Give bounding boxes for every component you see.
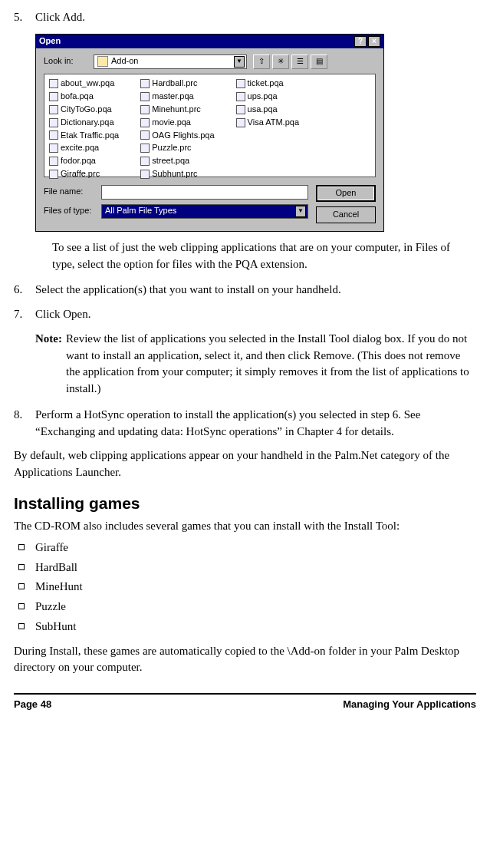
filetype-combo[interactable]: All Palm File Types ▼	[101, 204, 308, 219]
open-button[interactable]: Open	[316, 185, 376, 202]
file-item[interactable]: Visa ATM.pqa	[236, 117, 299, 129]
file-item[interactable]: master.pqa	[140, 91, 214, 103]
file-item[interactable]: Etak Traffic.pqa	[49, 130, 119, 142]
file-item[interactable]: excite.pqa	[49, 142, 119, 154]
page-footer: Page 48 Managing Your Applications	[14, 693, 476, 712]
file-icon	[49, 105, 58, 114]
lookin-value: Add-on	[111, 55, 138, 68]
step-text: Click Add.	[35, 9, 476, 26]
file-name: street.pqa	[152, 155, 189, 167]
file-icon	[236, 92, 245, 101]
file-item[interactable]: fodor.pqa	[49, 155, 119, 167]
step-text: Click Open.	[35, 306, 476, 323]
square-bullet-icon	[18, 564, 25, 570]
file-name: Subhunt.prc	[152, 168, 197, 180]
dialog-titlebar: Open ? ×	[36, 35, 383, 48]
file-icon	[140, 170, 150, 179]
list-item-label: MineHunt	[35, 579, 83, 596]
step-5: 5. Click Add.	[14, 9, 476, 26]
file-name: Etak Traffic.pqa	[61, 130, 119, 142]
square-bullet-icon	[18, 544, 25, 550]
step-7: 7. Click Open.	[14, 306, 476, 323]
step-8: 8. Perform a HotSync operation to instal…	[14, 407, 476, 441]
file-item[interactable]: Puzzle.prc	[140, 142, 214, 154]
chevron-down-icon[interactable]: ▼	[234, 56, 245, 68]
file-name: Giraffe.prc	[61, 168, 100, 180]
file-item[interactable]: Minehunt.prc	[140, 104, 214, 116]
file-list[interactable]: about_ww.pqabofa.pqaCityToGo.pqaDictiona…	[44, 74, 376, 177]
file-icon	[236, 105, 245, 114]
file-icon	[49, 118, 58, 127]
step-text: Select the application(s) that you want …	[35, 282, 476, 299]
games-list: GiraffeHardBallMineHuntPuzzleSubHunt	[14, 540, 476, 635]
list-view-button[interactable]: ☰	[291, 54, 308, 69]
body-paragraph: During Install, these games are automati…	[14, 643, 476, 677]
step-number: 8.	[14, 407, 35, 441]
file-item[interactable]: movie.pqa	[140, 117, 214, 129]
square-bullet-icon	[18, 603, 25, 609]
cancel-button[interactable]: Cancel	[316, 206, 376, 223]
file-item[interactable]: ups.pqa	[236, 91, 299, 103]
file-item[interactable]: bofa.pqa	[49, 91, 119, 103]
section-heading: Installing games	[14, 492, 476, 515]
file-icon	[49, 157, 58, 166]
filetype-value: All Palm File Types	[105, 205, 176, 217]
lookin-combo[interactable]: Add-on ▼	[94, 54, 247, 69]
file-icon	[140, 157, 150, 166]
filename-input[interactable]	[101, 185, 308, 200]
file-item[interactable]: Dictionary.pqa	[49, 117, 119, 129]
file-name: Minehunt.prc	[152, 104, 201, 116]
file-icon	[140, 118, 150, 127]
file-item[interactable]: Hardball.prc	[140, 78, 214, 90]
filetype-label: Files of type:	[44, 205, 101, 217]
help-button[interactable]: ?	[354, 36, 367, 47]
file-item[interactable]: street.pqa	[140, 155, 214, 167]
file-item[interactable]: Giraffe.prc	[49, 168, 119, 180]
file-icon	[140, 144, 150, 153]
note-label: Note:	[14, 331, 66, 398]
filename-label: File name:	[44, 186, 101, 198]
file-name: Dictionary.pqa	[61, 117, 114, 129]
file-item[interactable]: about_ww.pqa	[49, 78, 119, 90]
step-text: Perform a HotSync operation to install t…	[35, 407, 476, 441]
file-icon	[49, 92, 58, 101]
list-item-label: SubHunt	[35, 619, 76, 635]
file-item[interactable]: Subhunt.prc	[140, 168, 214, 180]
chevron-down-icon[interactable]: ▼	[295, 206, 306, 217]
file-item[interactable]: OAG Flights.pqa	[140, 130, 214, 142]
up-folder-button[interactable]: ⇧	[253, 54, 270, 69]
new-folder-button[interactable]: ✳	[272, 54, 289, 69]
list-item-label: HardBall	[35, 559, 77, 576]
file-icon	[49, 130, 58, 140]
list-item-label: Giraffe	[35, 540, 68, 556]
details-view-button[interactable]: ▤	[311, 54, 327, 69]
list-item: HardBall	[14, 559, 476, 576]
file-item[interactable]: CityToGo.pqa	[49, 104, 119, 116]
file-name: OAG Flights.pqa	[152, 130, 214, 142]
folder-icon	[97, 56, 108, 67]
list-item: MineHunt	[14, 579, 476, 596]
file-icon	[49, 79, 58, 88]
file-item[interactable]: usa.pqa	[236, 104, 299, 116]
square-bullet-icon	[18, 623, 25, 629]
list-item: Giraffe	[14, 540, 476, 556]
chapter-title: Managing Your Applications	[343, 698, 476, 712]
step-number: 7.	[14, 306, 35, 323]
tip-text: To see a list of just the web clipping a…	[52, 239, 469, 273]
file-name: CityToGo.pqa	[61, 104, 112, 116]
list-item: Puzzle	[14, 599, 476, 616]
close-button[interactable]: ×	[368, 36, 380, 47]
file-icon	[140, 92, 150, 101]
dialog-title: Open	[39, 35, 61, 48]
file-name: Visa ATM.pqa	[248, 117, 299, 129]
page-number: Page 48	[14, 698, 51, 712]
list-item: SubHunt	[14, 619, 476, 635]
file-icon	[140, 79, 150, 88]
file-name: about_ww.pqa	[61, 78, 114, 90]
body-paragraph: The CD-ROM also includes several games t…	[14, 518, 476, 535]
step-number: 6.	[14, 282, 35, 299]
file-name: movie.pqa	[152, 117, 191, 129]
file-item[interactable]: ticket.pqa	[236, 78, 299, 90]
file-name: fodor.pqa	[61, 155, 96, 167]
file-name: ups.pqa	[248, 91, 278, 103]
